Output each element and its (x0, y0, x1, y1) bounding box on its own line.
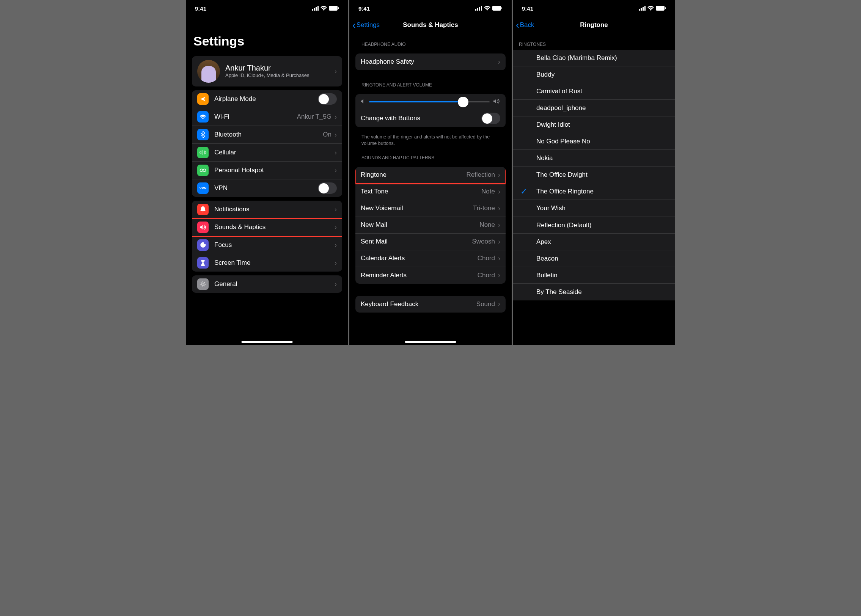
settings-row-personal-hotspot[interactable]: Personal Hotspot› (192, 162, 342, 179)
ringtone-row[interactable]: Your Wish (513, 200, 675, 217)
ringtone-row[interactable]: Nokia (513, 150, 675, 167)
settings-row-screen-time[interactable]: Screen Time› (192, 254, 342, 272)
pattern-row-reminder-alerts[interactable]: Reminder AlertsChord› (355, 267, 506, 284)
ringtone-row[interactable]: Dwight Idiot (513, 116, 675, 133)
ringtone-row[interactable]: deadpool_iphone (513, 100, 675, 116)
ringtone-row[interactable]: Carnival of Rust (513, 83, 675, 100)
svg-rect-11 (479, 7, 480, 11)
row-label: Wi-Fi (214, 113, 297, 121)
back-button[interactable]: ‹ Back (516, 19, 534, 31)
pattern-row-ringtone[interactable]: RingtoneReflection› (355, 167, 506, 184)
ringtone-row[interactable]: Reflection (Default) (513, 217, 675, 234)
ringtone-row[interactable]: No God Please No (513, 133, 675, 150)
checkmark-icon: ✓ (520, 187, 527, 196)
svg-rect-5 (338, 7, 339, 9)
row-value: Swoosh (472, 238, 495, 245)
settings-row-notifications[interactable]: Notifications› (192, 201, 342, 218)
pattern-row-new-voicemail[interactable]: New VoicemailTri-tone› (355, 200, 506, 217)
section-header-ringtones: RINGTONES (513, 33, 675, 50)
ringtone-row[interactable]: Apex (513, 234, 675, 250)
ringtone-label: No God Please No (536, 138, 670, 145)
svg-rect-16 (641, 8, 642, 11)
keyboard-feedback-row[interactable]: Keyboard Feedback Sound › (355, 296, 506, 313)
svg-rect-4 (329, 6, 338, 11)
row-label: Screen Time (214, 259, 335, 267)
ringtone-label: The Office Dwight (536, 171, 670, 179)
home-indicator[interactable] (242, 341, 293, 343)
slider-thumb[interactable] (458, 97, 468, 107)
ringtone-label: Beacon (536, 255, 670, 262)
nav-bar: ‹ Back Ringtone (513, 17, 675, 33)
chevron-right-icon: › (498, 255, 500, 262)
settings-row-airplane-mode[interactable]: Airplane Mode (192, 90, 342, 108)
nav-title: Sounds & Haptics (403, 21, 458, 29)
connectivity-group: Airplane ModeWi-FiAnkur T_5G›BluetoothOn… (192, 90, 342, 197)
battery-icon (492, 5, 503, 12)
apple-id-row[interactable]: Ankur Thakur Apple ID, iCloud+, Media & … (192, 56, 342, 86)
ringtone-row[interactable]: By The Seaside (513, 284, 675, 300)
headphone-group: Headphone Safety › (355, 53, 506, 70)
pattern-row-calendar-alerts[interactable]: Calendar AlertsChord› (355, 250, 506, 267)
patterns-group: RingtoneReflection›Text ToneNote›New Voi… (355, 167, 506, 284)
toggle[interactable] (318, 93, 337, 105)
chevron-right-icon: › (498, 300, 500, 308)
profile-group: Ankur Thakur Apple ID, iCloud+, Media & … (192, 56, 342, 86)
chevron-right-icon: › (498, 58, 500, 66)
ringtone-row[interactable]: Bella Ciao (Marimba Remix) (513, 50, 675, 66)
ringtone-screen: 9:41 ‹ Back Ringtone RINGTONES Bella Cia… (513, 0, 675, 345)
ringtone-row[interactable]: Buddy (513, 66, 675, 83)
section-header-volume: RINGTONE AND ALERT VOLUME (349, 74, 512, 90)
chevron-right-icon: › (335, 131, 337, 139)
status-indicators (312, 5, 339, 12)
row-label: Headphone Safety (361, 58, 498, 66)
volume-low-icon (361, 99, 365, 105)
row-label: Notifications (214, 206, 335, 213)
back-button[interactable]: ‹ Settings (352, 19, 380, 31)
ringtone-row[interactable]: The Office Dwight (513, 167, 675, 183)
screentime-icon (197, 257, 209, 269)
settings-row-vpn[interactable]: VPNVPN (192, 179, 342, 197)
settings-row-wi-fi[interactable]: Wi-FiAnkur T_5G› (192, 108, 342, 126)
settings-row-cellular[interactable]: Cellular› (192, 144, 342, 162)
settings-row-sounds-haptics[interactable]: Sounds & Haptics› (192, 218, 342, 236)
ringtone-label: deadpool_iphone (536, 104, 670, 112)
ringtone-label: By The Seaside (536, 288, 670, 296)
row-value: Chord (478, 272, 495, 279)
chevron-right-icon: › (335, 259, 337, 267)
chevron-right-icon: › (335, 241, 337, 249)
chevron-right-icon: › (335, 113, 337, 121)
focus-icon (197, 239, 209, 251)
ringtone-label: The Office Ringtone (536, 188, 670, 195)
wifi-icon (647, 5, 654, 12)
settings-row-bluetooth[interactable]: BluetoothOn› (192, 126, 342, 144)
svg-rect-10 (477, 8, 478, 11)
ringtone-row[interactable]: ✓The Office Ringtone (513, 183, 675, 200)
change-with-buttons-toggle[interactable] (481, 113, 500, 124)
ringtone-row[interactable]: Beacon (513, 250, 675, 267)
back-label: Settings (357, 21, 380, 29)
row-value: None (479, 221, 495, 229)
toggle[interactable] (318, 182, 337, 194)
row-label: Change with Buttons (361, 115, 481, 122)
settings-screen: 9:41 Settings Ankur Thakur Apple ID, iCl… (186, 0, 348, 345)
change-with-buttons-row[interactable]: Change with Buttons (355, 110, 506, 127)
signal-icon (312, 5, 319, 12)
settings-row-general[interactable]: General› (192, 275, 342, 293)
home-indicator[interactable] (405, 341, 456, 343)
pattern-row-text-tone[interactable]: Text ToneNote› (355, 184, 506, 200)
volume-slider[interactable] (369, 101, 490, 102)
volume-footer: The volume of the ringer and alerts will… (349, 131, 512, 147)
row-value: On (323, 131, 332, 138)
pattern-row-new-mail[interactable]: New MailNone› (355, 217, 506, 234)
settings-row-focus[interactable]: Focus› (192, 236, 342, 254)
wifi-icon (484, 5, 490, 12)
ringtones-builtin-group: Reflection (Default)ApexBeaconBulletinBy… (513, 217, 675, 300)
row-label: Sent Mail (361, 238, 472, 245)
ringtone-row[interactable]: Bulletin (513, 267, 675, 284)
volume-slider-row[interactable] (355, 94, 506, 110)
row-value: Ankur T_5G (297, 113, 332, 121)
svg-rect-2 (316, 7, 317, 11)
headphone-safety-row[interactable]: Headphone Safety › (355, 53, 506, 70)
row-label: Keyboard Feedback (361, 300, 476, 308)
pattern-row-sent-mail[interactable]: Sent MailSwoosh› (355, 234, 506, 250)
